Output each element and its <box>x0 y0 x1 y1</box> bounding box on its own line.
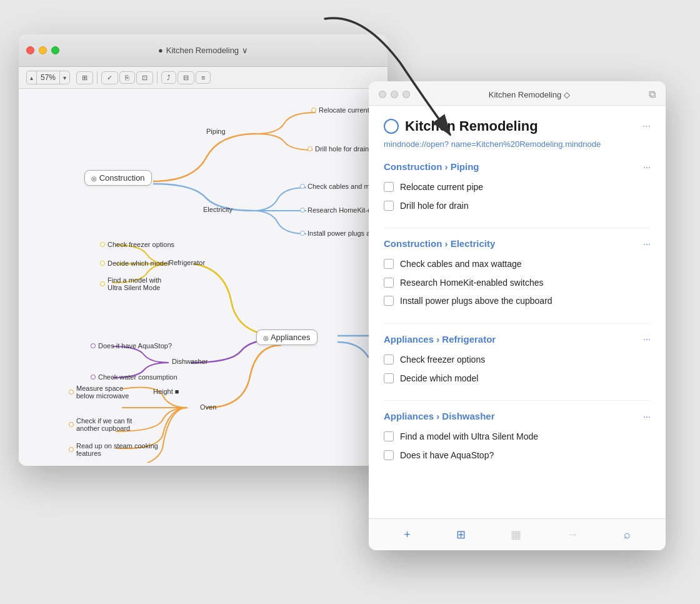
todo-item: Does it have AquaStop? <box>384 446 651 465</box>
reminder-main-title: Kitchen Remodeling <box>405 118 636 134</box>
section-ellipsis-electricity[interactable]: ··· <box>643 239 651 249</box>
search-button[interactable]: ⌕ <box>619 526 636 544</box>
section-ellipsis-dishwasher[interactable]: ··· <box>643 411 651 421</box>
section-ellipsis-refrigerator[interactable]: ··· <box>643 334 651 344</box>
oven-item-1: Measure spacebelow microwave <box>69 385 129 400</box>
todo-item: Relocate current pipe <box>384 178 651 197</box>
todo-checkbox[interactable] <box>384 259 394 269</box>
filter-button[interactable]: ⊟ <box>178 71 194 84</box>
arrow-button[interactable]: → <box>562 526 583 544</box>
todo-item: Decide which model <box>384 370 651 388</box>
sidebar-toggle-button[interactable]: ⊞ <box>76 71 93 84</box>
todo-item: Find a model with Ultra Silent Mode <box>384 428 651 446</box>
todo-item: Check cables and max wattage <box>384 255 651 274</box>
todo-text: Check freezer options <box>400 354 485 366</box>
oven-item-3: Read up on steam cookingfeatures <box>69 442 158 457</box>
reminders-copy-button[interactable]: ⧉ <box>649 89 656 100</box>
reminder-main-header: Kitchen Remodeling ··· <box>384 118 651 134</box>
section-divider <box>384 400 651 401</box>
todo-text: Drill hole for drain <box>400 200 469 213</box>
reminders-content: Kitchen Remodeling ··· mindnode://open? … <box>369 106 666 518</box>
mindmap-title-text: Kitchen Remodeling <box>166 46 239 55</box>
section-title-electricity: Construction › Electricity <box>384 238 495 249</box>
rem-minimize-button[interactable] <box>391 91 398 98</box>
add-item-button[interactable]: ⊞ <box>451 525 471 544</box>
rem-close-button[interactable] <box>379 91 386 98</box>
reminder-link[interactable]: mindnode://open? name=Kitchen%20Remodeli… <box>384 139 651 149</box>
grid-button[interactable]: ▦ <box>506 525 526 544</box>
oven-item-height: Height ■ <box>153 388 179 395</box>
ref-item-3: Find a model withUltra Silent Mode <box>100 276 161 291</box>
electricity-label: Electricity <box>203 206 232 213</box>
appliances-node[interactable]: ◎ Appliances <box>256 330 318 345</box>
share-button[interactable]: ⤴ <box>161 71 176 84</box>
oven-item-2: Check if we can fitanother cupboard <box>69 417 132 432</box>
minimize-button[interactable] <box>39 46 47 54</box>
title-indicator: ● <box>158 46 163 55</box>
reminders-title: Kitchen Remodeling ◇ <box>489 90 570 99</box>
export-button[interactable]: ⎘ <box>119 71 135 84</box>
todo-checkbox[interactable] <box>384 296 394 306</box>
section-header-dishwasher: Appliances › Dishwasher ··· <box>384 411 651 421</box>
todo-text: Research HomeKit-enabled switches <box>400 277 544 289</box>
mindmap-toolbar: ▴ 57% ▾ ⊞ ✓ ⎘ ⊡ ⤴ ⊟ ≡ <box>19 67 388 89</box>
dish-item-2: Check water consumption <box>91 373 178 381</box>
oven-label: Oven <box>200 403 216 411</box>
todo-checkbox[interactable] <box>384 182 394 192</box>
traffic-lights <box>26 46 59 54</box>
ref-item-1: Check freezer options <box>100 241 174 248</box>
todo-text: Relocate current pipe <box>400 181 483 194</box>
section-construction-electricity: Construction › Electricity ··· Check cab… <box>384 238 651 311</box>
reminders-title-text-label: Kitchen Remodeling <box>489 90 561 99</box>
toolbar-separator-2 <box>157 71 158 84</box>
construction-node[interactable]: ◎ Construction <box>84 170 152 186</box>
todo-checkbox[interactable] <box>384 278 394 288</box>
todo-item: Check freezer options <box>384 351 651 370</box>
zoom-up-icon[interactable]: ▴ <box>27 73 36 83</box>
notes-button[interactable]: ≡ <box>196 71 211 84</box>
section-construction-piping: Construction › Piping ··· Relocate curre… <box>384 161 651 215</box>
todo-checkbox[interactable] <box>384 431 394 441</box>
todo-checkbox[interactable] <box>384 201 394 211</box>
todo-checkbox[interactable] <box>384 355 394 365</box>
construction-label: Construction <box>99 173 145 183</box>
close-button[interactable] <box>26 46 34 54</box>
maximize-button[interactable] <box>51 46 59 54</box>
todo-item: Install power plugs above the cupboard <box>384 292 651 311</box>
mindmap-window: ● Kitchen Remodeling ∨ ▴ 57% ▾ ⊞ ✓ ⎘ ⊡ ⤴… <box>19 34 388 466</box>
section-header-refrigerator: Appliances › Refrigerator ··· <box>384 334 651 345</box>
add-button[interactable]: + <box>399 526 416 544</box>
section-header-piping: Construction › Piping ··· <box>384 161 651 172</box>
todo-text: Decide which model <box>400 373 478 385</box>
construction-icon: ◎ <box>91 175 97 182</box>
todo-text: Check cables and max wattage <box>400 258 522 271</box>
reminders-bottom-toolbar: + ⊞ ▦ → ⌕ <box>369 518 666 550</box>
refrigerator-label: Refrigerator <box>169 259 205 266</box>
mindmap-canvas: ◎ Construction Piping Electricity Reloca… <box>19 89 388 463</box>
mindmap-titlebar: ● Kitchen Remodeling ∨ <box>19 34 388 67</box>
section-header-electricity: Construction › Electricity ··· <box>384 238 651 249</box>
reminder-main-circle[interactable] <box>384 119 399 134</box>
zoom-down-icon[interactable]: ▾ <box>60 73 69 83</box>
reminders-traffic-lights <box>379 91 410 98</box>
reminder-main-ellipsis[interactable]: ··· <box>642 121 651 132</box>
todo-item: Research HomeKit-enabled switches <box>384 274 651 293</box>
appliances-icon: ◎ <box>263 335 269 341</box>
zoom-control[interactable]: ▴ 57% ▾ <box>26 71 70 84</box>
mindmap-title: ● Kitchen Remodeling ∨ <box>158 46 248 55</box>
section-title-refrigerator: Appliances › Refrigerator <box>384 334 496 345</box>
section-ellipsis-piping[interactable]: ··· <box>643 162 651 172</box>
zoom-value: 57% <box>36 71 60 84</box>
reminders-titlebar: Kitchen Remodeling ◇ ⧉ <box>369 81 666 106</box>
reminders-window: Kitchen Remodeling ◇ ⧉ Kitchen Remodelin… <box>369 81 666 550</box>
todo-checkbox[interactable] <box>384 450 394 460</box>
section-title-piping: Construction › Piping <box>384 161 479 172</box>
dish-item-1: Does it have AquaStop? <box>91 342 172 350</box>
section-divider <box>384 323 651 324</box>
check-button[interactable]: ✓ <box>101 71 118 84</box>
image-button[interactable]: ⊡ <box>136 71 153 84</box>
rem-maximize-button[interactable] <box>402 91 410 98</box>
todo-text: Does it have AquaStop? <box>400 450 494 462</box>
section-appliances-refrigerator: Appliances › Refrigerator ··· Check free… <box>384 334 651 388</box>
todo-checkbox[interactable] <box>384 373 394 383</box>
